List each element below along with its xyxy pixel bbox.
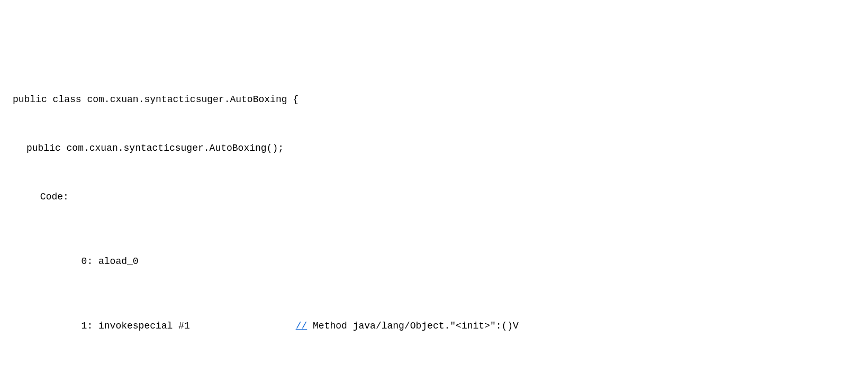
instr-opcode: invokespecial	[98, 318, 178, 334]
ctor-instr-1: 1:invokespecial#1// Method java/lang/Obj…	[13, 318, 855, 334]
instr-offset: 0	[64, 253, 87, 270]
instr-arg: #1	[178, 318, 215, 334]
bytecode-listing: public class com.cxuan.syntacticsuger.Au…	[13, 59, 855, 383]
instr-comment	[307, 318, 313, 334]
colon: :	[87, 318, 93, 334]
colon: :	[87, 253, 93, 270]
class-declaration: public class com.cxuan.syntacticsuger.Au…	[13, 92, 855, 108]
instr-arg	[178, 253, 215, 270]
instr-comment-text: Method java/lang/Object."<init>":()V	[313, 318, 519, 334]
instr-opcode: aload_0	[98, 253, 178, 270]
ctor-instr-0: 0:aload_0	[13, 253, 855, 270]
comment-slashes: //	[296, 318, 308, 334]
constructor-code-label: Code:	[13, 189, 855, 205]
instr-offset: 1	[64, 318, 87, 334]
constructor-signature: public com.cxuan.syntacticsuger.AutoBoxi…	[13, 140, 855, 157]
